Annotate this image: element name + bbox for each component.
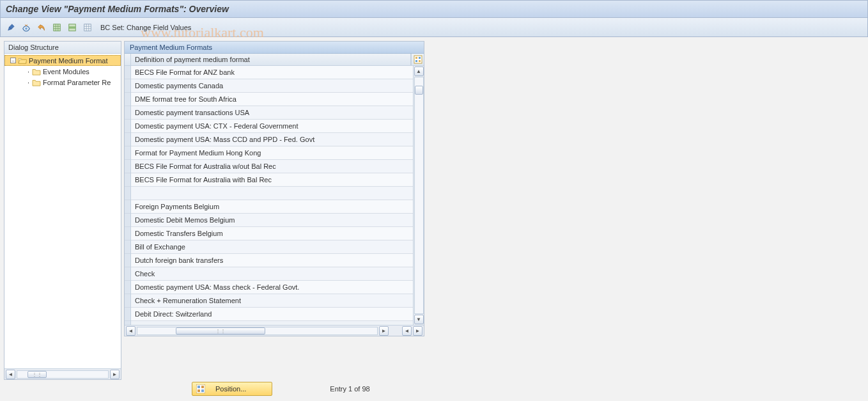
table-row[interactable]: Bill of Exchange [131, 240, 413, 254]
table-row[interactable]: Format for Payment Medium Hong Kong [131, 146, 413, 160]
svg-rect-13 [198, 389, 200, 392]
row-header[interactable] [125, 66, 130, 79]
tree-node-format-parameter[interactable]: · Format Parameter Re [4, 77, 121, 88]
table-row[interactable]: Domestic Debit Memos Belgium [131, 214, 413, 227]
table-rows: BECS File Format for ANZ bankDomestic pa… [131, 66, 413, 325]
tree-node-event-modules[interactable]: · Event Modules [4, 66, 121, 77]
scroll-right-icon[interactable]: ► [379, 326, 389, 336]
main-area: Dialog Structure – Payment Medium Format… [0, 37, 868, 380]
tree-node-payment-medium-format[interactable]: – Payment Medium Format [4, 55, 121, 66]
row-header[interactable] [125, 146, 130, 160]
row-header[interactable] [125, 133, 130, 146]
undo-button[interactable] [35, 21, 48, 34]
table-settings-button[interactable] [411, 54, 424, 65]
bcset-button[interactable]: BC Set: Change Field Values [100, 24, 191, 31]
svg-rect-6 [415, 57, 417, 59]
column-header-definition[interactable]: Definition of payment medium format [131, 54, 411, 65]
toggle-display-change-button[interactable] [4, 21, 17, 34]
scroll-track[interactable]: ⋮⋮ [137, 327, 378, 335]
tree-node-label: Payment Medium Format [29, 57, 107, 65]
scroll-track[interactable]: ⋮⋮ [17, 370, 109, 379]
scroll-thumb[interactable]: ⋮⋮ [176, 327, 265, 334]
open-folder-icon [18, 57, 27, 65]
table-row[interactable]: Domestic payment USA: CTX - Federal Gove… [131, 120, 413, 133]
row-header[interactable] [125, 173, 130, 187]
table-row[interactable]: Domestic payment USA: Mass check - Feder… [131, 281, 413, 294]
row-header[interactable] [125, 187, 130, 200]
svg-rect-1 [54, 24, 61, 31]
table-row[interactable]: Domestic payments Canada [131, 79, 413, 93]
tree-header: Dialog Structure [4, 42, 121, 54]
svg-rect-5 [414, 56, 422, 63]
svg-rect-14 [201, 389, 204, 392]
svg-rect-12 [201, 386, 204, 388]
scroll-right-icon[interactable]: ► [110, 370, 120, 379]
scroll-left-icon[interactable]: ◄ [6, 370, 15, 379]
scroll-up-icon[interactable]: ▲ [414, 67, 424, 76]
row-header[interactable] [125, 281, 130, 294]
row-header[interactable] [125, 120, 130, 133]
row-header[interactable] [125, 200, 130, 214]
row-header[interactable] [125, 308, 130, 321]
dialog-structure-panel: Dialog Structure – Payment Medium Format… [4, 41, 121, 380]
collapse-icon[interactable]: – [10, 58, 16, 63]
svg-rect-8 [415, 60, 417, 62]
row-header[interactable] [125, 240, 130, 254]
table-row[interactable]: Dutch foreign bank transfers [131, 254, 413, 267]
table-row[interactable]: Domestic payment USA: Mass CCD and PPD -… [131, 133, 413, 146]
row-header-column [125, 66, 131, 325]
table-vertical-scrollbar[interactable]: ▲ ▼ [413, 66, 424, 325]
row-header[interactable] [125, 93, 130, 106]
table-row[interactable]: Domestic payment transactions USA [131, 106, 413, 120]
svg-rect-3 [69, 26, 76, 29]
other-entry-button[interactable] [20, 21, 33, 34]
payment-formats-table: Payment Medium Formats Definition of pay… [124, 41, 424, 336]
tree-horizontal-scrollbar[interactable]: ◄ ⋮⋮ ► [4, 368, 121, 379]
row-header[interactable] [125, 160, 130, 173]
table-row[interactable]: BECS File Format for Australia with Bal … [131, 173, 413, 187]
table-row[interactable]: BECS File Format for Australia w/out Bal… [131, 160, 413, 173]
table-row[interactable]: Debit Direct: Switzerland [131, 308, 413, 321]
scroll-thumb[interactable]: ⋮⋮ [27, 371, 47, 378]
table-row[interactable] [131, 187, 413, 200]
table-horizontal-scrollbar[interactable]: ◄ ⋮⋮ ► ◄ ► [125, 325, 424, 336]
folder-icon [32, 79, 41, 86]
row-header[interactable] [125, 227, 130, 240]
table-row[interactable]: DME format tree for South Africa [131, 93, 413, 106]
svg-rect-11 [198, 386, 200, 388]
titlebar: Change View "Payment Medium Formats": Ov… [0, 0, 868, 18]
toolbar: BC Set: Change Field Values [0, 18, 868, 37]
row-header[interactable] [125, 214, 130, 227]
table-row[interactable]: Check [131, 267, 413, 281]
row-header[interactable] [125, 79, 130, 93]
row-header[interactable] [125, 267, 130, 281]
footer-bar: Position... Entry 1 of 98 [192, 382, 370, 396]
deselect-all-button[interactable] [81, 21, 94, 34]
scroll-left-icon[interactable]: ◄ [126, 326, 136, 336]
svg-rect-4 [84, 24, 91, 31]
scroll-right-icon[interactable]: ► [413, 326, 422, 336]
scroll-track[interactable] [414, 77, 424, 314]
scroll-left-icon[interactable]: ◄ [402, 326, 412, 336]
table-row[interactable]: BECS File Format for ANZ bank [131, 66, 413, 79]
table-row[interactable]: Domestic Transfers Belgium [131, 227, 413, 240]
svg-point-0 [25, 28, 27, 30]
table-body: BECS File Format for ANZ bankDomestic pa… [125, 66, 424, 325]
tree-node-label: Event Modules [43, 68, 89, 75]
select-block-button[interactable] [66, 21, 79, 34]
tree-node-label: Format Parameter Re [43, 79, 111, 86]
select-all-button[interactable] [50, 21, 63, 34]
row-header[interactable] [125, 294, 130, 308]
row-header[interactable] [125, 254, 130, 267]
entry-counter: Entry 1 of 98 [330, 385, 369, 393]
table-row[interactable]: Foreign Payments Belgium [131, 200, 413, 214]
table-row[interactable]: Check + Remuneration Statement [131, 294, 413, 308]
svg-rect-9 [419, 60, 421, 62]
tree-body: – Payment Medium Format · Event Modules … [4, 54, 121, 368]
scroll-down-icon[interactable]: ▼ [414, 315, 424, 324]
scroll-thumb[interactable] [415, 86, 423, 95]
folder-icon [32, 68, 41, 75]
position-button[interactable]: Position... [192, 382, 272, 396]
row-header[interactable] [125, 106, 130, 120]
position-icon [196, 384, 205, 393]
